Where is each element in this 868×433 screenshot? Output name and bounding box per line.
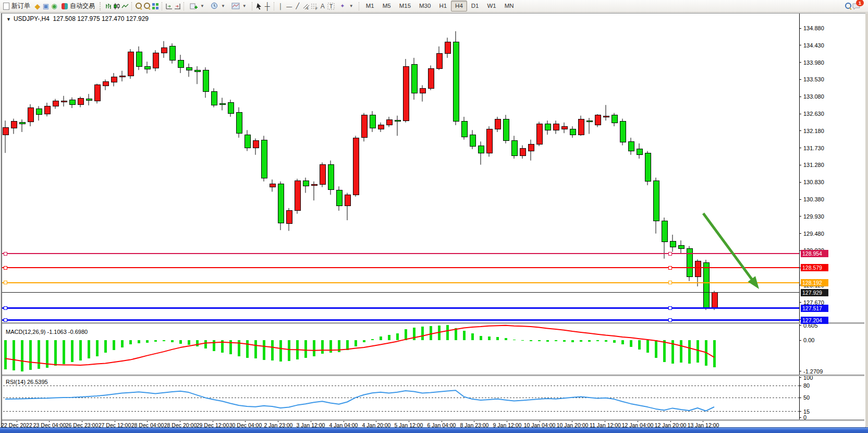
candle-bear [637,149,642,154]
candle-bear [86,99,92,101]
macd-bar [346,340,349,350]
panel-separator-rsi[interactable] [2,375,864,376]
candle-bear [370,115,375,128]
hline-handle[interactable] [668,307,671,310]
macd-bar [121,340,124,347]
timeframe-M15[interactable]: M15 [395,1,415,11]
vertical-line-tool-icon[interactable]: │ [277,2,285,10]
timeframe-W1[interactable]: W1 [483,1,500,11]
macd-bar [213,340,215,351]
timeframe-M5[interactable]: M5 [378,1,395,11]
price-tick-label: 129.480 [803,231,824,237]
macd-bar [63,340,65,364]
timeframe-MN[interactable]: MN [500,1,518,11]
timeframe-D1[interactable]: D1 [467,1,483,11]
macd-bar [505,338,507,340]
tile-windows-icon[interactable] [151,2,160,10]
market-icon[interactable]: ◆ [33,2,42,10]
arrows-tool-button[interactable]: ✦▼ [335,1,357,11]
chart-shift-icon[interactable] [173,2,181,10]
taskbar[interactable] [0,427,868,433]
templates-button[interactable]: ▼ [228,1,250,11]
search-icon[interactable] [844,2,852,10]
macd-bar [129,340,132,344]
down-arrow-annotation[interactable] [703,213,755,283]
candle-bear [228,102,234,113]
charts-window-icon[interactable]: ▣ [42,2,50,10]
macd-bar [696,340,699,363]
hline-handle[interactable] [668,281,671,284]
timeframe-M30[interactable]: M30 [415,1,435,11]
hline-handle[interactable] [4,281,7,284]
hline-handle[interactable] [668,266,671,269]
timeframe-H4[interactable]: H4 [451,1,467,11]
line-chart-type-icon[interactable] [121,2,129,10]
bar-chart-type-icon[interactable] [104,2,113,10]
price-tick-label: 129.930 [803,213,824,220]
hline-handle[interactable] [4,307,7,310]
fibonacci-tool-icon[interactable]: F [310,2,319,10]
zoom-in-icon[interactable] [135,2,143,10]
macd-bar [104,340,107,353]
macd-bar [646,340,649,353]
price-tick-label: 131.730 [803,145,824,151]
hline-handle[interactable] [4,252,7,255]
hline-handle[interactable] [4,319,7,322]
candle-bull [61,101,67,102]
timeframe-H1[interactable]: H1 [435,1,451,11]
candle-bull [311,185,317,186]
candle-bull [295,181,300,211]
notification-badge: 1 [856,0,864,6]
application-window: 新订单 ◆ ▣ ◉ 自动交易 ▼ ▼ ▼ [0,0,868,433]
price-tick-label: 133.080 [803,93,824,100]
arrows-tool-icon: ✦ [338,2,347,10]
zoom-out-icon[interactable] [143,2,151,10]
macd-bar [146,340,149,343]
trendline-tool-icon[interactable]: ╱ [294,2,302,10]
candle-bear [136,52,142,66]
toolbar-grip [100,2,103,10]
macd-bar [154,340,157,342]
candle-bull [486,129,492,153]
panel-separator-macd[interactable] [2,322,864,324]
horizontal-line-tool-icon[interactable]: — [285,2,294,10]
price-tick-label: 134.430 [803,42,824,49]
candlestick-type-icon[interactable] [113,2,121,10]
channel-tool-icon[interactable]: E [302,2,310,10]
candle-bear [169,46,175,61]
candle-bull [428,68,434,88]
text-tool-icon[interactable]: A [319,2,327,10]
toolbar-separator [274,2,275,10]
candle-bull [353,138,359,195]
hline-handle[interactable] [4,266,7,269]
macd-bar [354,340,357,346]
crosshair-icon[interactable]: ┼ [263,2,272,10]
window-edge [865,13,868,427]
toolbar-separator [162,2,163,10]
toolbar-separator [359,2,360,10]
candle-bull [712,293,717,309]
hline-handle[interactable] [668,319,671,322]
macd-bar [663,340,666,362]
hline-handle[interactable] [668,252,671,255]
auto-trading-button[interactable]: 自动交易 [58,1,98,11]
periods-button[interactable]: ▼ [207,1,228,11]
signals-icon[interactable]: ◉ [50,2,58,10]
chat-icon[interactable]: 1 [852,2,861,10]
macd-bar [563,340,566,342]
price-tick-label: 133.530 [803,76,824,82]
macd-bar [254,340,257,358]
macd-bar [196,340,199,346]
auto-scroll-icon[interactable] [165,2,173,10]
candle-bull [53,101,58,106]
macd-bar [13,340,15,370]
cursor-icon[interactable] [255,2,263,10]
timeframe-M1[interactable]: M1 [362,1,378,11]
candle-bull [420,88,425,93]
text-label-tool-icon[interactable]: T [327,2,335,10]
price-line-tag-127.517: 127.517 [801,305,828,312]
candle-bear [678,246,684,248]
indicators-button[interactable]: ▼ [187,1,207,11]
macd-bar [596,340,599,341]
new-order-button[interactable]: 新订单 [0,1,33,11]
